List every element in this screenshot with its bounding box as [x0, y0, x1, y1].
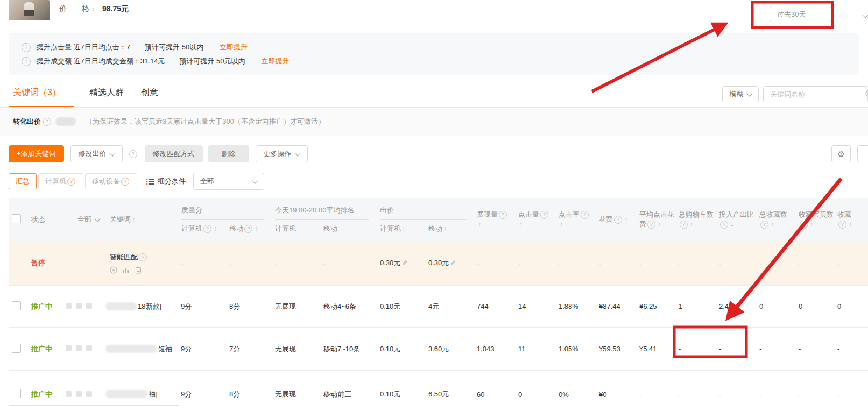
row-checkbox[interactable]	[12, 344, 21, 353]
keyword-search-box	[763, 86, 868, 102]
help-icon[interactable]: ?	[67, 178, 75, 186]
sort-up-icon: ↑	[519, 219, 523, 229]
help-icon[interactable]: ?	[129, 150, 137, 158]
cell-bid-mobile: 6.50元	[425, 389, 474, 399]
help-icon[interactable]: ?	[838, 221, 846, 229]
keyword-search-input[interactable]	[764, 90, 865, 98]
column-quality-pc[interactable]: 计算机?↑	[178, 224, 226, 233]
cell-ctr: 1.88%	[555, 302, 596, 310]
conversion-bid-toggle[interactable]	[55, 117, 76, 126]
column-bid-pc[interactable]: 计算机↑	[377, 224, 425, 233]
help-icon[interactable]: ?	[540, 211, 548, 219]
column-settings-button[interactable]: ⚙	[831, 145, 851, 162]
help-icon[interactable]: ?	[244, 225, 252, 233]
help-icon[interactable]: ?	[680, 221, 688, 229]
cell-rank-mobile: 移动4~6条	[320, 302, 377, 311]
collapse-button[interactable]	[857, 145, 868, 162]
cell-impressions: 1,043	[474, 345, 515, 353]
column-favorite-items[interactable]: 收藏宝贝数 ?↑	[795, 198, 834, 241]
sort-down-icon: ↓	[730, 219, 733, 229]
column-carts[interactable]: 总购物车数 ?↑	[675, 198, 716, 241]
more-actions-button[interactable]: 更多操作	[256, 145, 308, 162]
help-icon[interactable]: ?	[647, 221, 655, 229]
cell-clicks: 0	[515, 391, 555, 399]
bar-chart-icon[interactable]	[122, 266, 130, 274]
cell-quality-pc: 9分	[178, 389, 226, 399]
column-ctr[interactable]: 点击率? ↑	[555, 198, 596, 241]
column-avg-cost[interactable]: 平均点击花 费?↑	[636, 198, 675, 241]
column-group-bid: 出价 计算机↑ 移动↑	[377, 206, 474, 233]
edit-pencil-icon[interactable]: ✎	[450, 259, 456, 267]
redacted-icon	[76, 391, 82, 397]
help-icon[interactable]: ?	[581, 211, 589, 219]
table-row: 推广中 18新款] 9分 8分 无展现 移动4~6条 0.10元 4元 744 …	[9, 285, 868, 327]
cell-total-favorites: -	[756, 259, 795, 267]
cell-rank-pc: 无展现	[272, 302, 320, 311]
redacted-icon	[66, 345, 72, 351]
boost-now-link[interactable]: 立即提升	[220, 42, 248, 52]
cell-favorite-items: 0	[795, 302, 834, 310]
keyword-name: 18新款]	[103, 302, 178, 311]
sort-up-icon: ↑	[255, 225, 258, 232]
cell-quality-mobile: 7分	[226, 344, 272, 354]
edit-match-type-button[interactable]: 修改匹配方式	[145, 145, 203, 162]
notice-sales: i 提升成交额 近7日日均成交金额：31.14元 预计可提升 50元以内 立即提…	[22, 54, 859, 68]
column-total-favorites[interactable]: 总收藏数 ?↑	[756, 198, 795, 241]
help-icon[interactable]: ?	[614, 216, 622, 224]
column-bid-mobile[interactable]: 移动↑	[425, 224, 474, 233]
tab-audience[interactable]: 精选人群	[89, 87, 124, 98]
cell-avg-cost: ¥6.25	[636, 302, 675, 310]
help-icon[interactable]: ?	[720, 221, 728, 229]
play-circle-icon[interactable]	[110, 266, 117, 274]
status-badge: 暂停	[31, 259, 45, 267]
boost-now-link[interactable]: 立即提升	[261, 56, 289, 66]
redacted-icon	[66, 303, 72, 309]
help-icon[interactable]: ?	[43, 118, 51, 126]
edit-pencil-icon[interactable]: ✎	[402, 259, 407, 267]
table-row: 推广中 袖] 9分 8分 无展现 移动前三 0.10元 6.50元 60 0 0…	[9, 370, 868, 418]
help-icon[interactable]: ?	[121, 178, 129, 186]
delete-button[interactable]: 删除	[208, 145, 249, 162]
select-all-checkbox[interactable]	[12, 214, 21, 223]
product-image[interactable]	[9, 0, 50, 20]
row-checkbox[interactable]	[12, 389, 21, 398]
cell-avg-cost: -	[636, 259, 675, 267]
edit-bid-button[interactable]: 修改出价	[70, 145, 123, 162]
date-range-select[interactable]: 过去30天	[770, 6, 831, 22]
help-icon[interactable]: ?	[499, 211, 507, 219]
status-filter[interactable]: 全部	[62, 215, 103, 224]
column-quality-mobile[interactable]: 移动?↑	[226, 224, 272, 233]
cell-bid-pc: 0.30元✎	[377, 258, 425, 268]
tab-creative[interactable]: 创意	[141, 87, 158, 98]
search-icon[interactable]	[865, 90, 868, 98]
clipboard-icon[interactable]	[135, 266, 142, 274]
device-tab-mobile[interactable]: 移动设备?	[85, 173, 137, 189]
redacted-icon	[86, 391, 92, 397]
divider	[181, 219, 264, 220]
cell-favorites-cut: 0	[834, 302, 868, 310]
segment-select[interactable]: 全部	[193, 173, 264, 190]
row-checkbox[interactable]	[12, 301, 21, 310]
status-badge: 推广中	[31, 302, 52, 310]
chevron-down-icon	[252, 178, 258, 183]
column-favorites-cut[interactable]: 收藏 ?↑	[834, 198, 868, 241]
column-keyword-sort[interactable]: 关键词↑	[103, 215, 178, 224]
sort-up-icon: ↑	[443, 225, 447, 232]
add-keyword-button[interactable]: +添加关键词	[9, 145, 64, 162]
help-icon[interactable]: ?	[203, 225, 211, 233]
sort-up-icon: ↑	[690, 219, 693, 229]
chevron-down-icon[interactable]	[859, 11, 867, 19]
device-tab-pc[interactable]: 计算机?	[38, 173, 83, 189]
help-icon[interactable]: ?	[800, 221, 808, 229]
keyword-name: 袖]	[103, 389, 178, 399]
help-icon[interactable]: ?	[760, 221, 768, 229]
column-clicks[interactable]: 点击量? ↑	[515, 198, 555, 241]
help-icon[interactable]: ?	[139, 253, 147, 261]
tab-keywords[interactable]: 关键词（3）	[13, 87, 61, 98]
column-roi[interactable]: 投入产出比 ?↓	[716, 198, 756, 241]
column-impressions[interactable]: 展现量? ↑	[474, 198, 515, 241]
column-cost[interactable]: 花费?↑	[596, 198, 636, 241]
cell-bid-mobile: 3.60元	[425, 344, 474, 354]
match-mode-select[interactable]: 模糊	[722, 86, 759, 102]
device-tab-summary[interactable]: 汇总	[9, 173, 37, 189]
